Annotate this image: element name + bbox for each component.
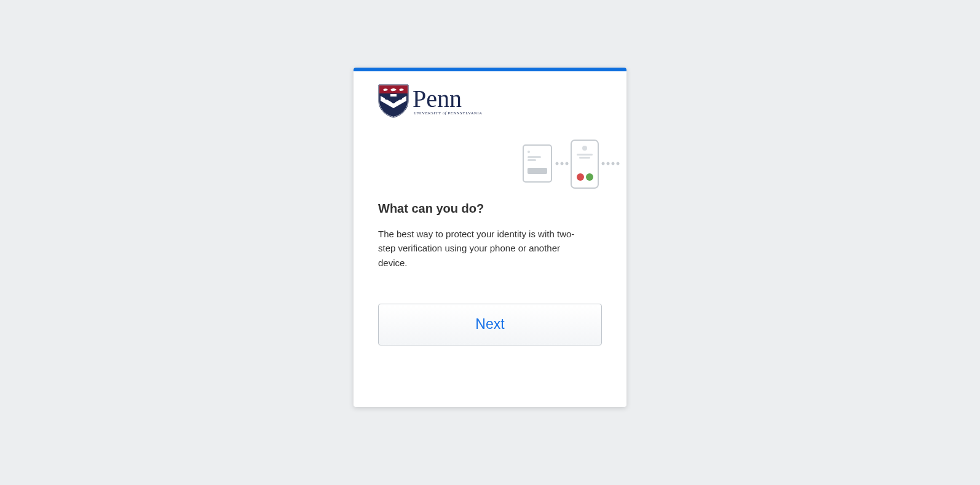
svg-rect-4: [390, 94, 397, 97]
svg-point-11: [561, 162, 564, 165]
auth-card: Penn UNIVERSITY of PENNSYLVANIA: [354, 68, 626, 407]
svg-rect-15: [577, 154, 593, 156]
university-logo: Penn UNIVERSITY of PENNSYLVANIA: [378, 84, 602, 120]
svg-point-17: [577, 173, 584, 181]
svg-point-3: [398, 96, 402, 100]
svg-rect-8: [528, 159, 536, 161]
svg-rect-5: [523, 145, 551, 182]
next-button[interactable]: Next: [378, 304, 602, 345]
svg-point-22: [617, 162, 620, 165]
svg-rect-7: [528, 156, 541, 158]
devices-illustration-icon: [522, 139, 620, 189]
penn-logo-icon: Penn UNIVERSITY of PENNSYLVANIA: [378, 84, 489, 118]
svg-point-14: [582, 146, 587, 151]
svg-point-6: [528, 151, 530, 153]
page-description: The best way to protect your identity is…: [378, 227, 587, 270]
svg-point-19: [602, 162, 605, 165]
logo-wordmark-text: Penn: [413, 85, 462, 112]
svg-rect-16: [579, 157, 590, 159]
two-step-illustration: [397, 139, 620, 189]
svg-point-12: [566, 162, 569, 165]
svg-point-20: [607, 162, 610, 165]
logo-subtext: UNIVERSITY of PENNSYLVANIA: [414, 111, 482, 115]
svg-point-10: [556, 162, 559, 165]
page-heading: What can you do?: [378, 202, 602, 216]
svg-point-18: [586, 173, 593, 181]
svg-point-21: [612, 162, 615, 165]
svg-rect-9: [528, 168, 547, 174]
svg-point-2: [392, 100, 395, 103]
svg-point-1: [385, 96, 389, 100]
